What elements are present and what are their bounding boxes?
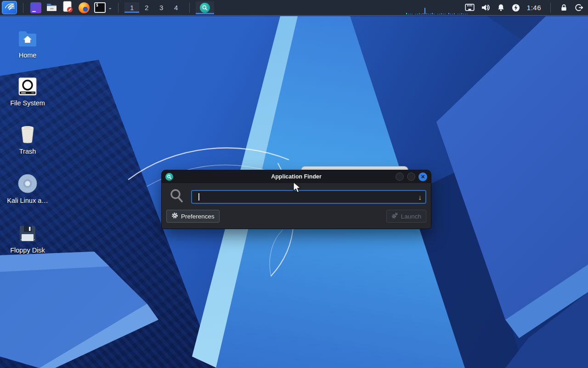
- separator: [189, 3, 190, 13]
- gear-icon: [171, 212, 178, 220]
- desktop-icon-label: File System: [4, 99, 51, 107]
- kali-dragon-icon: [4, 1, 15, 14]
- workspace-2[interactable]: 2: [139, 2, 154, 13]
- separator: [550, 3, 551, 13]
- launcher-files-app[interactable]: [29, 1, 42, 14]
- launch-label: Launch: [401, 213, 421, 220]
- separator: [118, 3, 119, 13]
- desktop-icon-file-system[interactable]: File System: [4, 73, 51, 107]
- text-editor-icon: [62, 1, 74, 15]
- text-caret: [198, 193, 199, 201]
- workspace-1[interactable]: 1: [124, 2, 139, 13]
- desktop-icon-floppy[interactable]: Floppy Disk: [4, 220, 51, 254]
- system-monitor[interactable]: [406, 7, 470, 14]
- trash-bin-icon: [4, 121, 51, 144]
- taskbar-application-finder[interactable]: [196, 1, 214, 14]
- workspace-4[interactable]: 4: [169, 2, 183, 13]
- finder-body: ↓ Preferences: [162, 183, 431, 229]
- button-row: Preferences Launch: [166, 210, 426, 223]
- terminal-prompt-glyph: $: [96, 3, 98, 7]
- desktop-icon-label: Home: [4, 52, 51, 59]
- logout-icon[interactable]: [575, 3, 583, 12]
- desktop-icon-home[interactable]: Home: [4, 25, 51, 59]
- launcher-file-manager[interactable]: [45, 1, 58, 14]
- cd-disc-icon: [4, 170, 51, 193]
- panel-left: $ ⌄ 1 2 3 4: [0, 0, 214, 15]
- minimize-button[interactable]: [396, 172, 404, 181]
- desktop-icon-label: Kali Linux a…: [4, 197, 51, 204]
- power-manager-icon[interactable]: [512, 4, 520, 12]
- desktop-icon-label: Trash: [4, 148, 51, 155]
- gears-icon: [391, 212, 398, 220]
- lock-screen-icon[interactable]: [560, 4, 568, 12]
- separator: [23, 3, 23, 13]
- clock[interactable]: 1:46: [527, 4, 541, 12]
- file-manager-icon: [46, 1, 57, 14]
- launch-button[interactable]: Launch: [386, 210, 426, 223]
- home-folder-icon: [4, 25, 51, 48]
- preferences-label: Preferences: [181, 213, 215, 220]
- kali-menu-button[interactable]: [2, 1, 17, 14]
- close-button[interactable]: ✕: [418, 172, 427, 181]
- terminal-icon: $: [94, 2, 106, 13]
- maximize-button[interactable]: [407, 172, 415, 181]
- desktop-icon-label: Floppy Disk: [4, 247, 51, 254]
- desktop-icon-kali-cd[interactable]: Kali Linux a…: [4, 170, 51, 204]
- launcher-text-editor[interactable]: [62, 1, 74, 14]
- floppy-disk-icon: [4, 220, 51, 243]
- application-finder-window: Application Finder ✕ ↓: [162, 170, 431, 229]
- firefox-icon: [79, 2, 90, 13]
- workspace-switcher: 1 2 3 4: [124, 2, 183, 13]
- volume-icon[interactable]: [481, 4, 490, 12]
- search-input[interactable]: ↓: [191, 190, 426, 204]
- window-controls: ✕: [396, 172, 427, 181]
- titlebar[interactable]: Application Finder ✕: [162, 170, 431, 183]
- launcher-firefox[interactable]: [78, 1, 90, 14]
- desktop-icon-trash[interactable]: Trash: [4, 121, 51, 155]
- workspace-3[interactable]: 3: [154, 2, 169, 13]
- application-finder-icon: [165, 173, 173, 181]
- chevron-down-icon[interactable]: ⌄: [108, 5, 112, 11]
- panel-right: 1:46: [465, 0, 588, 15]
- top-panel: $ ⌄ 1 2 3 4: [0, 0, 588, 16]
- window-title: Application Finder: [162, 173, 431, 180]
- search-icon: [170, 188, 184, 206]
- magnifier-icon: [200, 3, 210, 13]
- dropdown-arrow-icon[interactable]: ↓: [418, 193, 422, 201]
- notifications-bell-icon[interactable]: [497, 4, 505, 12]
- launcher-terminal[interactable]: $: [94, 1, 106, 14]
- hard-drive-icon: [4, 73, 51, 96]
- files-app-icon: [30, 2, 41, 13]
- preferences-button[interactable]: Preferences: [166, 210, 220, 223]
